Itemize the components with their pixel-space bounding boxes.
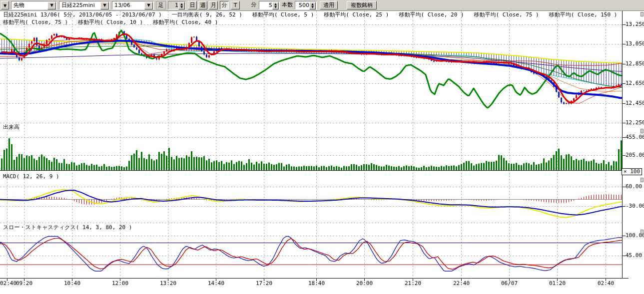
panel-scroll-button[interactable] (641, 230, 644, 234)
price-axis-tick-label: 12,450 (626, 100, 644, 106)
toolbar: ▼ 先物 ▼ 日経225mini ▼ 13/06 ▼ 足 1 ▲▼ 日 週 月 … (0, 0, 644, 11)
panel-scroll-button[interactable] (641, 178, 644, 182)
spinner-updown-icon[interactable]: ▲▼ (178, 2, 185, 9)
time-axis-tick-label: 09:20 (16, 280, 32, 287)
legend-row-1: 日経225mini 13/06( 5分, 2013/06/05 - 2013/0… (3, 11, 617, 18)
time-axis-tick-label: 22:40 (453, 280, 470, 287)
time-axis-tick-label: 06/07 (501, 280, 518, 287)
time-axis-tick-label: 14:40 (208, 280, 224, 287)
legend-item: 移動平均( Close, 75 ) (474, 11, 539, 18)
symbol-value: 日経225mini (61, 2, 95, 9)
legend-item: 移動平均( Close, 150 ) (549, 11, 618, 18)
stoch-axis-tick-label: 45.00 (626, 253, 642, 259)
ashi-label: 足 (156, 1, 166, 9)
volume-axis-tick-label: 205.00 (626, 152, 644, 158)
panel-scroll-button[interactable] (641, 12, 644, 16)
price-axis-tick-label: 13,250 (626, 21, 644, 27)
instrument-type-combo[interactable]: 先物 ▼ (11, 1, 57, 9)
price-axis-tick-label: 12,850 (626, 61, 644, 67)
period-minute-button[interactable]: 分 (220, 1, 229, 9)
time-axis-tick-label: 02:40 (598, 280, 614, 287)
legend-item: 一目均衡表( 9, 26, 52 ) (172, 11, 242, 18)
bars-label: 本数 (281, 1, 294, 9)
stoch-panel-label: スロー・ストキャスティクス( 14, 3, 80, 20 ) (3, 224, 132, 231)
period-month-button[interactable]: 月 (209, 1, 218, 9)
bars-value: 500 (299, 2, 309, 9)
price-axis-tick-label: 12,650 (626, 80, 644, 86)
legend-item: 移動平均( Close, 75 ) (3, 18, 68, 26)
volume-panel-label: 出来高 (3, 124, 19, 130)
volume-multiplier-badge: × 100 (622, 168, 642, 175)
legend-item: 移動平均( Close, 40 ) (153, 18, 218, 26)
minute-spinner[interactable]: 5 ▲▼ (259, 1, 280, 9)
chevron-down-icon[interactable]: ▼ (100, 2, 109, 9)
macd-axis-tick-label: 60.00 (626, 184, 642, 190)
contract-month-value: 13/06 (114, 2, 130, 9)
period-tick-button[interactable]: T (231, 1, 240, 9)
time-axis-tick-label: 20:00 (356, 280, 373, 287)
period-day-button[interactable]: 日 (188, 1, 197, 9)
panel-scroll-button[interactable] (641, 129, 644, 133)
time-axis-tick-label: 18:40 (308, 280, 325, 287)
chevron-down-icon: ▼ (3, 3, 6, 8)
price-axis-tick-label: 13,050 (626, 41, 644, 47)
time-axis-tick-label: 10:40 (64, 280, 80, 287)
legend-item: 移動平均( Close, 10 ) (78, 18, 143, 26)
period-week-button[interactable]: 週 (198, 1, 207, 9)
minute-label: 分 (250, 1, 258, 9)
apply-button[interactable]: 適用 (320, 1, 338, 9)
corner-dropdown-button[interactable]: ▼ (1, 1, 9, 9)
time-axis-tick-label: 21:20 (405, 280, 421, 287)
chevron-down-icon[interactable]: ▼ (47, 2, 56, 9)
time-axis-tick-label: 12:00 (112, 280, 128, 287)
chart-canvas[interactable] (0, 0, 644, 294)
time-axis-tick-label: 01:20 (549, 280, 566, 287)
spinner-updown-icon[interactable]: ▲▼ (309, 2, 316, 9)
time-axis-tick-label: 13:20 (160, 280, 176, 287)
multi-symbol-button[interactable]: 複数銘柄 (347, 1, 377, 9)
symbol-combo[interactable]: 日経225mini ▼ (59, 1, 110, 9)
contract-month-combo[interactable]: 13/06 ▼ (112, 1, 154, 9)
bars-spinner[interactable]: 500 ▲▼ (295, 1, 317, 9)
chevron-down-icon[interactable]: ▼ (144, 2, 153, 9)
volume-axis-tick-label: 455.00 (626, 134, 644, 140)
minute-value: 5 (269, 2, 272, 9)
time-axis-tick-label: 17:20 (256, 280, 272, 287)
spinner-updown-icon[interactable]: ▲▼ (272, 2, 279, 9)
interval-value: 1 (175, 2, 178, 9)
legend-row-2: 移動平均( Close, 75 )移動平均( Close, 10 )移動平均( … (3, 18, 218, 26)
macd-axis-tick-label: -30.00 (626, 203, 644, 209)
price-axis-tick-label: 12,250 (626, 120, 644, 126)
instrument-type-value: 先物 (13, 2, 24, 9)
time-axis-tick-label: 02:40 (0, 280, 16, 287)
legend-item: 移動平均( Close, 20 ) (399, 11, 464, 18)
legend-item: 移動平均( Close, 25 ) (324, 11, 389, 18)
macd-panel-label: MACD( 12, 26, 9 ) (3, 173, 59, 180)
legend-item: 日経225mini 13/06( 5分, 2013/06/05 - 2013/0… (3, 11, 162, 18)
interval-spinner[interactable]: 1 ▲▼ (168, 1, 186, 9)
legend-item: 移動平均( Close, 5 ) (252, 11, 314, 18)
